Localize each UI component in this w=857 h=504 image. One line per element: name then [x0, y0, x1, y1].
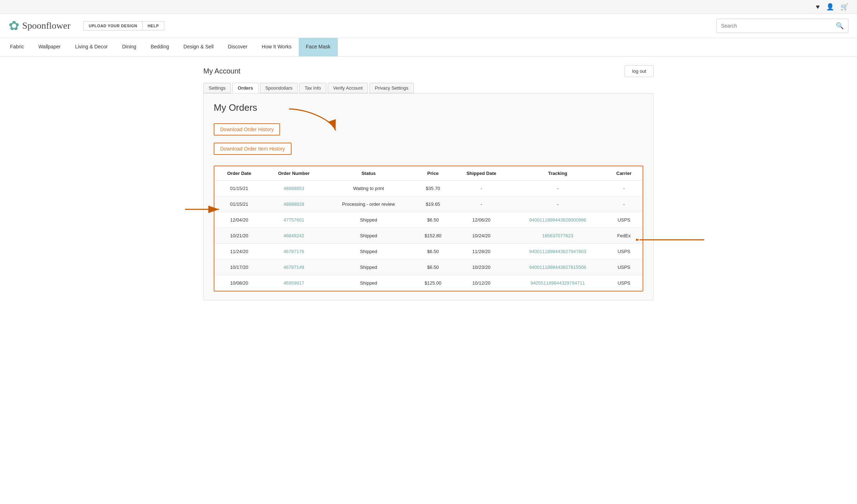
cell-price: $152.80 — [413, 228, 453, 244]
tab-verify-account[interactable]: Verify Account — [328, 83, 368, 93]
cell-tracking[interactable]: 9400111898443828000996 — [510, 212, 605, 228]
search-button[interactable]: 🔍 — [832, 19, 848, 33]
cell-order-date: 11/24/20 — [214, 244, 264, 260]
table-row: 01/15/21 48888828 Processing - order rev… — [214, 196, 643, 212]
nav-item-dining[interactable]: Dining — [115, 38, 143, 56]
download-area: Download Order History Download Order It… — [214, 123, 643, 291]
cell-order-date: 10/08/20 — [214, 275, 264, 291]
nav-item-fabric[interactable]: Fabric — [3, 38, 31, 56]
cell-price: $6.50 — [413, 212, 453, 228]
cell-order-date: 12/04/20 — [214, 212, 264, 228]
help-button[interactable]: HELP — [142, 21, 164, 30]
cell-carrier: USPS — [605, 212, 643, 228]
cell-order-number[interactable]: 46849242 — [264, 228, 324, 244]
cell-carrier: USPS — [605, 244, 643, 260]
account-tabs: Settings Orders Spoondollars Tax Info Ve… — [203, 83, 654, 93]
nav-item-face-mask[interactable]: Face Mask — [299, 38, 337, 56]
search-bar: 🔍 — [716, 19, 848, 33]
nav-item-living-decor[interactable]: Living & Decor — [68, 38, 115, 56]
table-row: 12/04/20 47757601 Shipped $6.50 12/06/20… — [214, 212, 643, 228]
cell-price: $19.65 — [413, 196, 453, 212]
cell-order-number[interactable]: 48888828 — [264, 196, 324, 212]
nav-item-design-sell[interactable]: Design & Sell — [176, 38, 221, 56]
cell-price: $6.50 — [413, 260, 453, 275]
top-bar: ♥ 👤 🛒 — [0, 0, 857, 14]
orders-table: Order Date Order Number Status Price Shi… — [214, 166, 643, 291]
logo-icon: ✿ — [9, 18, 19, 33]
cell-tracking[interactable]: 9400111898443827947803 — [510, 244, 605, 260]
tab-spoondollars[interactable]: Spoondollars — [260, 83, 298, 93]
account-header: My Account log out — [203, 65, 654, 77]
cell-price: $125.00 — [413, 275, 453, 291]
main-content: My Account log out Settings Orders Spoon… — [192, 57, 665, 309]
cell-status: Processing - order review — [324, 196, 413, 212]
tab-tax-info[interactable]: Tax Info — [299, 83, 327, 93]
cell-carrier: - — [605, 196, 643, 212]
table-header-row: Order Date Order Number Status Price Shi… — [214, 166, 643, 181]
cell-order-date: 10/17/20 — [214, 260, 264, 275]
cell-price: $6.50 — [413, 244, 453, 260]
cell-status: Waiting to print — [324, 181, 413, 196]
cell-order-number[interactable]: 48888853 — [264, 181, 324, 196]
download-order-item-history-button[interactable]: Download Order Item History — [214, 143, 292, 155]
table-row: 10/21/20 46849242 Shipped $152.80 10/24/… — [214, 228, 643, 244]
nav-item-wallpaper[interactable]: Wallpaper — [31, 38, 68, 56]
cell-order-number[interactable]: 47757601 — [264, 212, 324, 228]
tab-privacy-settings[interactable]: Privacy Settings — [369, 83, 413, 93]
cell-shipped-date: 10/24/20 — [453, 228, 510, 244]
cell-tracking[interactable]: 940551189844329794711 — [510, 275, 605, 291]
nav-item-discover[interactable]: Discover — [221, 38, 255, 56]
logo[interactable]: ✿ Spoonflower — [9, 18, 70, 33]
cell-carrier: USPS — [605, 275, 643, 291]
cell-shipped-date: - — [453, 181, 510, 196]
cell-shipped-date: 10/23/20 — [453, 260, 510, 275]
cell-order-number[interactable]: 46787176 — [264, 244, 324, 260]
table-row: 11/24/20 46787176 Shipped $6.50 11/28/20… — [214, 244, 643, 260]
cell-order-date: 01/15/21 — [214, 196, 264, 212]
table-row: 01/15/21 48888853 Waiting to print $35.7… — [214, 181, 643, 196]
download-order-history-button[interactable]: Download Order History — [214, 123, 280, 135]
account-title: My Account — [203, 67, 240, 75]
cell-status: Shipped — [324, 275, 413, 291]
orders-section: My Orders Download Order History Downloa… — [203, 93, 654, 300]
table-row: 10/17/20 46787149 Shipped $6.50 10/23/20… — [214, 260, 643, 275]
cell-shipped-date: 10/12/20 — [453, 275, 510, 291]
col-shipped-date: Shipped Date — [453, 166, 510, 181]
main-nav: Fabric Wallpaper Living & Decor Dining B… — [0, 38, 857, 57]
col-carrier: Carrier — [605, 166, 643, 181]
col-tracking: Tracking — [510, 166, 605, 181]
cell-order-date: 10/21/20 — [214, 228, 264, 244]
cell-order-number[interactable]: 46787149 — [264, 260, 324, 275]
cart-icon[interactable]: 🛒 — [841, 3, 848, 11]
account-icon[interactable]: 👤 — [826, 3, 834, 11]
col-status: Status — [324, 166, 413, 181]
nav-item-bedding[interactable]: Bedding — [143, 38, 176, 56]
cell-status: Shipped — [324, 228, 413, 244]
cell-status: Shipped — [324, 244, 413, 260]
tab-orders[interactable]: Orders — [232, 83, 259, 93]
logout-button[interactable]: log out — [625, 65, 654, 77]
upload-design-button[interactable]: UPLOAD YOUR DESIGN — [83, 21, 142, 30]
cell-order-number[interactable]: 46959917 — [264, 275, 324, 291]
col-price: Price — [413, 166, 453, 181]
cell-order-date: 01/15/21 — [214, 181, 264, 196]
cell-tracking[interactable]: 165637077623 — [510, 228, 605, 244]
col-order-number: Order Number — [264, 166, 324, 181]
cell-status: Shipped — [324, 260, 413, 275]
cell-carrier: FedEx — [605, 228, 643, 244]
logo-text: Spoonflower — [22, 20, 70, 31]
tab-settings[interactable]: Settings — [203, 83, 231, 93]
cell-tracking[interactable]: 9400111898443827815508 — [510, 260, 605, 275]
cell-tracking: - — [510, 196, 605, 212]
wishlist-icon[interactable]: ♥ — [816, 3, 820, 11]
cell-shipped-date: 12/06/20 — [453, 212, 510, 228]
cell-status: Shipped — [324, 212, 413, 228]
orders-title: My Orders — [214, 102, 643, 113]
cell-price: $35.70 — [413, 181, 453, 196]
cell-tracking: - — [510, 181, 605, 196]
cell-carrier: USPS — [605, 260, 643, 275]
nav-item-how-it-works[interactable]: How It Works — [255, 38, 299, 56]
search-input[interactable] — [717, 20, 832, 32]
cell-shipped-date: 11/28/20 — [453, 244, 510, 260]
cell-carrier: - — [605, 181, 643, 196]
